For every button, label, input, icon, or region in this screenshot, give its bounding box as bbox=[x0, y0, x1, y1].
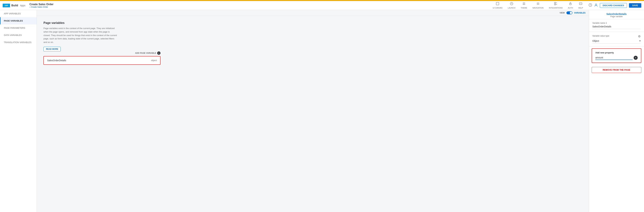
add-variable-row: ADD PAGE VARIABLE + bbox=[44, 51, 160, 55]
variable-value-type-row: Variable value type ⚙ bbox=[592, 34, 641, 38]
svg-rect-14 bbox=[570, 3, 571, 5]
sidebar-item-data-variables[interactable]: DATA VARIABLES bbox=[0, 31, 36, 39]
right-panel-header: SalesOrderDetails Page variable bbox=[589, 10, 644, 19]
add-property-title: Add new property bbox=[595, 51, 638, 54]
info-icon: ℹ bbox=[606, 22, 607, 24]
integrations-icon bbox=[554, 2, 558, 6]
add-property-button[interactable]: + bbox=[634, 56, 638, 60]
apps-label: Apps bbox=[20, 4, 26, 7]
add-property-section: Add new property + bbox=[592, 48, 641, 63]
value-type-row: Object ▾ bbox=[592, 39, 641, 43]
right-panel-title: SalesOrderDetails bbox=[592, 13, 641, 15]
page-variables-section: Page variables Page variables exist in t… bbox=[37, 16, 589, 70]
view-label: VIEW bbox=[560, 12, 565, 14]
add-property-input[interactable] bbox=[595, 56, 633, 60]
main-nav: UI CANVAS LAUNCH THEME NAVIGATION INTEGR… bbox=[493, 2, 583, 9]
sap-logo-icon: SAP bbox=[3, 4, 10, 7]
svg-rect-10 bbox=[554, 2, 556, 3]
add-variable-icon[interactable]: + bbox=[157, 51, 160, 55]
breadcrumb-area: Create Sales Order › Create Sales Order bbox=[30, 3, 54, 8]
variable-name-label: Variable name ℹ bbox=[592, 22, 641, 24]
help-icon bbox=[579, 2, 582, 6]
svg-point-17 bbox=[580, 3, 581, 4]
variable-value-type-value: Object bbox=[592, 39, 599, 42]
navigation-icon bbox=[536, 2, 540, 6]
sidebar-item-app-variables[interactable]: APP VARIABLES bbox=[0, 10, 36, 17]
nav-item-auth[interactable]: AUTH bbox=[568, 2, 573, 9]
svg-point-20 bbox=[595, 4, 597, 5]
header: SAP Build Apps Create Sales Order › Crea… bbox=[0, 1, 644, 10]
svg-text:SAP: SAP bbox=[5, 5, 8, 6]
toggle-thumb bbox=[570, 12, 572, 14]
right-panel: SalesOrderDetails Page variable Variable… bbox=[589, 10, 644, 212]
right-panel-subtitle: Page variable bbox=[592, 15, 641, 18]
variable-name-section: Variable name ℹ SalesOrderDetails bbox=[589, 19, 644, 32]
launch-icon bbox=[510, 2, 513, 6]
variables-label: VARIABLES bbox=[574, 12, 586, 14]
nav-item-theme[interactable]: THEME bbox=[521, 2, 527, 9]
toggle-bar: VIEW VARIABLES bbox=[37, 10, 589, 16]
remove-from-page-button[interactable]: REMOVE FROM THE PAGE bbox=[592, 67, 641, 73]
nav-item-help[interactable]: HELP bbox=[578, 2, 583, 9]
notification-button[interactable] bbox=[588, 3, 592, 8]
svg-point-16 bbox=[580, 3, 580, 4]
main-content: VIEW VARIABLES Page variables Page varia… bbox=[37, 10, 589, 212]
chevron-right-icon: › bbox=[30, 6, 30, 8]
toggle-track[interactable] bbox=[566, 11, 572, 14]
theme-icon bbox=[522, 2, 526, 6]
variable-value-type-section: Variable value type ⚙ Object ▾ bbox=[589, 32, 644, 46]
page-title: Create Sales Order bbox=[30, 3, 54, 6]
nav-item-integrations[interactable]: INTEGRATIONS bbox=[549, 2, 562, 9]
view-variables-toggle[interactable] bbox=[566, 11, 572, 14]
user-button[interactable] bbox=[594, 3, 598, 8]
add-variable-label[interactable]: ADD PAGE VARIABLE bbox=[135, 52, 156, 54]
svg-point-18 bbox=[581, 3, 581, 4]
nav-item-launch[interactable]: LAUNCH bbox=[508, 2, 515, 9]
header-actions: DISCARD CHANGES SAVE bbox=[588, 3, 641, 8]
nav-item-navigation[interactable]: NAVIGATION bbox=[532, 2, 544, 9]
variable-name-value: SalesOrderDetails bbox=[592, 25, 641, 29]
ui-canvas-icon bbox=[496, 2, 499, 6]
sidebar-item-page-parameters[interactable]: PAGE PARAMETERS bbox=[0, 24, 36, 31]
variable-row[interactable]: SalesOrderDetails object bbox=[44, 56, 160, 65]
section-description: Page variables exist in the context of t… bbox=[44, 27, 117, 44]
read-more-button[interactable]: READ MORE bbox=[44, 47, 61, 51]
build-label: Build bbox=[11, 4, 18, 7]
nav-item-ui-canvas[interactable]: UI CANVAS bbox=[493, 2, 502, 9]
save-button[interactable]: SAVE bbox=[629, 3, 641, 8]
section-title: Page variables bbox=[44, 21, 582, 25]
breadcrumb-link[interactable]: › Create Sales Order bbox=[30, 6, 54, 8]
variable-value-type-label: Variable value type bbox=[592, 35, 609, 37]
auth-icon bbox=[569, 2, 572, 6]
add-property-input-row: + bbox=[595, 56, 638, 60]
variable-name: SalesOrderDetails bbox=[47, 59, 66, 62]
sidebar-item-translation-variables[interactable]: TRANSLATION VARIABLES bbox=[0, 39, 36, 46]
svg-rect-2 bbox=[496, 2, 499, 5]
sidebar: APP VARIABLES PAGE VARIABLES PAGE PARAME… bbox=[0, 10, 37, 212]
chevron-down-icon[interactable]: ▾ bbox=[639, 39, 641, 42]
gear-icon[interactable]: ⚙ bbox=[638, 34, 641, 38]
svg-rect-11 bbox=[554, 4, 556, 5]
sidebar-item-page-variables[interactable]: PAGE VARIABLES bbox=[0, 17, 36, 24]
main-layout: APP VARIABLES PAGE VARIABLES PAGE PARAME… bbox=[0, 10, 644, 212]
discard-changes-button[interactable]: DISCARD CHANGES bbox=[600, 3, 627, 8]
logo-area: SAP Build Apps bbox=[3, 4, 26, 7]
variable-type: object bbox=[151, 59, 157, 62]
